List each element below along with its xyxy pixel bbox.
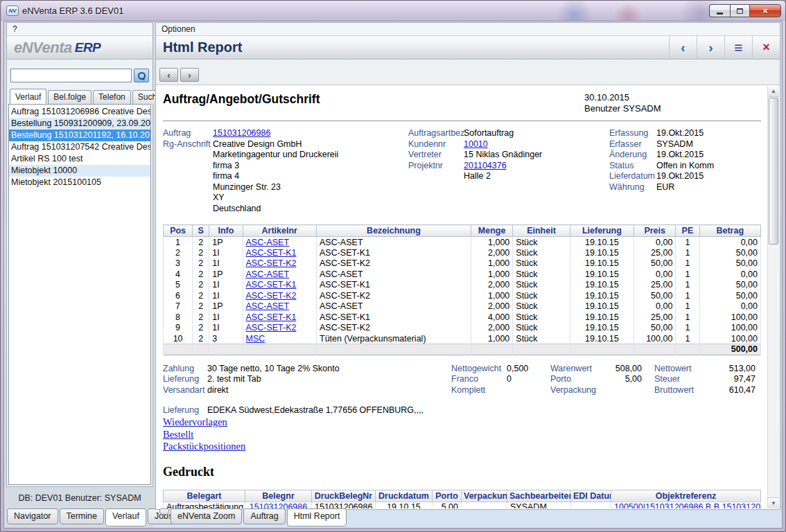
tab-bel-folge[interactable]: Bel.folge [48, 90, 91, 104]
cell: Tüten (Verpackunsmaterial) [317, 333, 471, 344]
artikelnr-link[interactable]: ASC-SET-K1 [246, 280, 297, 290]
auftrag-link[interactable]: 151031206986 [213, 128, 270, 139]
field-label: Warenwert [550, 364, 597, 375]
column-header: S [193, 225, 209, 237]
column-header: DruckBelegNr [312, 490, 376, 502]
belegnr-link[interactable]: 151031206986 [250, 502, 307, 508]
options-menu[interactable]: Optionen [161, 24, 195, 34]
field-label [163, 171, 213, 182]
field-value: 97,47 [703, 374, 756, 385]
cell: 50,00 [634, 258, 676, 269]
field-label [163, 161, 213, 172]
list-item[interactable]: Bestellung 150931200909, 23.09.201... [9, 118, 150, 130]
cell: 1 [676, 290, 699, 301]
maximize-button[interactable] [730, 4, 749, 17]
scroll-down-icon[interactable]: ▼ [768, 497, 779, 508]
close-view-button[interactable]: × [752, 36, 780, 59]
list-item[interactable]: Mietobjekt 2015100105 [9, 177, 150, 188]
tab-telefon[interactable]: Telefon [93, 90, 131, 104]
title-bar[interactable]: NV eNVenta ERP 3.6 DEV01 × [1, 1, 785, 21]
list-item[interactable]: Auftrag 151031206986 Creative Desi... [9, 106, 150, 118]
info-column: Auftrag151031206986Rg-AnschriftCreative … [163, 128, 408, 214]
report-meta: 30.10.2015 Benutzer SYSADM [584, 92, 761, 114]
left-bottom-tabbar: NavigatorTermineVerlaufJobs [7, 508, 180, 529]
menu-button[interactable]: ≡ [724, 36, 752, 59]
cell: 1I [209, 290, 243, 301]
tab-verlauf[interactable]: Verlauf [10, 89, 46, 104]
scrollbar-thumb[interactable] [769, 98, 778, 245]
artikelnr-link[interactable]: ASC-ASET [246, 301, 290, 311]
cell: 100,00 [634, 333, 676, 344]
cell: 1 [676, 258, 699, 269]
scroll-up-icon[interactable]: ▲ [768, 86, 779, 97]
artikelnr-link[interactable]: ASC-ASET [246, 238, 290, 247]
field-value: 30 Tage netto, 10 Tage 2% Skonto [207, 364, 340, 375]
search-icon [138, 72, 146, 80]
search-button[interactable] [134, 69, 149, 82]
tab-navigator[interactable]: Navigator [7, 508, 58, 524]
kundennr-link[interactable]: 10010 [464, 139, 488, 150]
list-item[interactable]: Bestellung 151031201192, 16.10.201... [9, 130, 150, 141]
cell: SYSADM [507, 502, 571, 508]
field-value: 19.Okt.2015 [656, 150, 704, 161]
tab-verlauf[interactable]: Verlauf [105, 508, 146, 526]
artikelnr-link[interactable]: ASC-SET-K2 [246, 291, 297, 301]
cell: 2 [193, 269, 209, 280]
field-label: Verpackung [550, 385, 597, 396]
tab-stub[interactable] [159, 508, 169, 515]
cell: 19.10.15 [570, 237, 634, 248]
list-item[interactable]: Artikel RS 100 test [9, 153, 150, 165]
field-label [163, 193, 213, 204]
table-row: 321IASC-SET-K2ASC-SET-K21,000Stück19.10.… [164, 258, 761, 269]
projektnr-link[interactable]: 201104376 [464, 161, 507, 172]
report-user: Benutzer SYSADM [584, 103, 661, 114]
close-button[interactable]: × [749, 4, 781, 17]
field-label: Kundennr [408, 139, 464, 150]
artikelnr-link[interactable]: ASC-SET-K2 [246, 258, 297, 268]
minimize-button[interactable] [709, 4, 730, 17]
tab-auftrag[interactable]: Auftrag [243, 508, 285, 524]
column-header: Lieferung [570, 225, 634, 237]
tab-enventa-zoom[interactable]: eNVenta Zoom [171, 508, 242, 524]
tab-html-report[interactable]: Html Report [287, 508, 347, 526]
column-header: Objektreferenz [611, 490, 761, 502]
cell: Stück [513, 280, 570, 291]
help-menu[interactable]: ? [12, 24, 17, 34]
artikelnr-link[interactable]: ASC-SET-K2 [246, 323, 297, 332]
packst-ckpositionen-link[interactable]: Packstückpositionen [163, 441, 245, 453]
cell: 151031206986 [245, 502, 312, 508]
cell: 50,00 [699, 247, 760, 258]
artikelnr-link[interactable]: ASC-SET-K1 [246, 248, 297, 258]
search-input[interactable] [10, 69, 132, 82]
artikelnr-link[interactable]: ASC-ASET [246, 269, 290, 279]
artikelnr-link[interactable]: MSC [246, 334, 265, 344]
history-forward-button[interactable]: › [180, 68, 199, 82]
field-label: Steuer [654, 374, 703, 385]
cell: 100,00 [699, 312, 760, 323]
bestellt-link[interactable]: Bestellt [163, 429, 193, 441]
column-header: Preis [634, 225, 676, 237]
cell: 19.10.15 [570, 247, 634, 258]
order-summary: Zahlung30 Tage netto, 10 Tage 2% SkontoL… [163, 364, 761, 396]
cell: 25,00 [634, 280, 676, 291]
history-back-button[interactable]: ‹ [159, 68, 178, 82]
list-item[interactable]: Mietobjekt 10000 [9, 165, 150, 177]
cell: 5 [164, 280, 193, 291]
wiedervorlagen-link[interactable]: Wiedervorlagen [163, 416, 227, 429]
cell: 4,000 [471, 312, 513, 323]
artikelnr-link[interactable]: ASC-SET-K1 [246, 312, 297, 322]
list-item[interactable]: Auftrag 151031207542 Creative Desi... [9, 141, 150, 153]
positions-table-header: PosSInfoArtikelnrBezeichnungMengeEinheit… [164, 225, 761, 237]
objektreferenz-link[interactable]: 100500|151031206986.B.B.151031206986 [614, 502, 761, 508]
cell: 100,00 [699, 333, 760, 344]
cell: 1,000 [471, 237, 513, 248]
field-label: Porto [550, 374, 597, 385]
right-bottom-tabbar: eNVenta ZoomAuftragHtml Report [159, 508, 347, 529]
vertical-scrollbar[interactable]: ▲ ▼ [767, 86, 779, 508]
tab-termine[interactable]: Termine [60, 508, 104, 524]
nav-forward-button[interactable]: › [697, 36, 724, 59]
nav-back-button[interactable]: ‹ [669, 36, 697, 59]
column-header: Einheit [513, 225, 570, 237]
cell: 50,00 [634, 323, 676, 334]
field-label: Nettowert [654, 364, 703, 375]
